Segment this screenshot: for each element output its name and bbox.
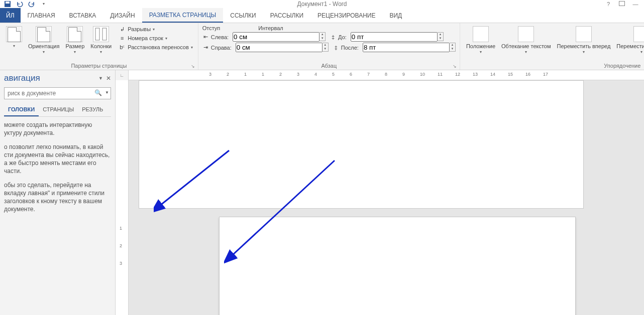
nav-pane-title: авигация (4, 73, 98, 83)
group-label-paragraph: Абзац (321, 63, 337, 69)
nav-tab-pages[interactable]: СТРАНИЦЫ (39, 103, 78, 116)
indent-left-input[interactable] (233, 32, 319, 42)
indent-right-input[interactable] (236, 43, 323, 52)
qat-customize-icon[interactable]: ▾ (38, 1, 49, 8)
ruler-tick: 9 (402, 72, 405, 77)
bring-forward-button[interactable]: Переместить вперед▾ (555, 25, 613, 56)
spinner[interactable]: ▲▼ (319, 32, 326, 41)
spinner[interactable]: ▲▼ (438, 32, 444, 41)
wrap-text-button[interactable]: Обтекание текстом▾ (499, 25, 553, 56)
tab-references[interactable]: ССЫЛКИ (223, 8, 263, 23)
title-bar: ▾ Документ1 - Word ? — (0, 0, 644, 8)
send-backward-button[interactable]: Переместить назад▾ (614, 25, 644, 56)
spinner[interactable]: ▲▼ (323, 43, 329, 52)
ribbon-options-icon[interactable] (619, 1, 625, 6)
nav-close-icon[interactable]: ✕ (106, 75, 111, 82)
nav-tab-headings[interactable]: ГОЛОВКИ (4, 103, 39, 116)
tab-mailings[interactable]: РАССЫЛКИ (263, 8, 310, 23)
ruler-tick: 4 (314, 72, 317, 77)
tab-home[interactable]: ГЛАВНАЯ (21, 8, 62, 23)
columns-button[interactable]: Колонки▾ (88, 25, 114, 56)
document-area: ∟ 3211234567891011121314151617 123 (116, 70, 644, 315)
redo-icon[interactable] (26, 1, 37, 8)
ruler-tick: 3 (120, 261, 122, 266)
nav-dropdown-icon[interactable]: ▼ (98, 76, 103, 81)
group-label-arrange: Упорядочение (604, 63, 640, 69)
document-page[interactable] (219, 217, 576, 315)
tab-insert[interactable]: ВСТАВКА (62, 8, 103, 23)
line-numbers-button[interactable]: ≡Номера строк▾ (118, 34, 193, 42)
tab-design[interactable]: ДИЗАЙН (103, 8, 142, 23)
ruler-tick: 3 (297, 72, 299, 77)
ruler-tick: 11 (438, 72, 443, 77)
svg-rect-2 (95, 28, 99, 40)
indent-header: Отступ (202, 25, 221, 31)
tab-file[interactable]: ЙЛ (0, 8, 21, 23)
navigation-pane: авигация ▼ ✕ 🔍 ▼ ГОЛОВКИ СТРАНИЦЫ РЕЗУЛЬ… (0, 70, 116, 315)
tab-selector[interactable]: ∟ (116, 70, 129, 80)
hyphenation-button[interactable]: bᶜРасстановка переносов▾ (118, 43, 193, 51)
horizontal-ruler[interactable]: 3211234567891011121314151617 (129, 70, 644, 80)
spacing-before-input[interactable] (351, 32, 438, 42)
minimize-icon[interactable]: — (632, 1, 639, 7)
previous-page-fragment[interactable] (139, 80, 584, 209)
ruler-tick: 1 (244, 72, 247, 77)
tab-view[interactable]: ВИД (382, 8, 409, 23)
ruler-tick: 1 (120, 226, 122, 231)
ruler-tick: 7 (367, 72, 370, 77)
ruler-tick: 8 (385, 72, 387, 77)
hyphenation-icon: bᶜ (119, 44, 126, 51)
help-icon[interactable]: ? (605, 1, 612, 7)
indent-right-icon: ⇥ (202, 44, 209, 51)
quick-access-toolbar: ▾ (0, 1, 49, 8)
document-title: Документ1 - Word (297, 1, 347, 8)
size-button[interactable]: Размер▾ (63, 25, 86, 56)
group-label-page-setup: Параметры страницы (71, 63, 127, 69)
nav-search: 🔍 ▼ (4, 87, 111, 99)
workspace: авигация ▼ ✕ 🔍 ▼ ГОЛОВКИ СТРАНИЦЫ РЕЗУЛЬ… (0, 70, 644, 315)
ruler-tick: 2 (227, 72, 229, 77)
ruler-tick: 2 (120, 243, 122, 248)
breaks-button[interactable]: ↲Разрывы▾ (118, 25, 193, 33)
svg-rect-3 (102, 28, 106, 40)
page-container[interactable] (129, 80, 644, 315)
nav-tabs: ГОЛОВКИ СТРАНИЦЫ РЕЗУЛЬ (4, 103, 111, 117)
ruler-tick: 2 (279, 72, 282, 77)
vertical-ruler[interactable]: 123 (116, 80, 129, 315)
group-page-setup: ▾ Ориентация▾ Размер▾ Колонки▾ ↲Разрывы▾… (0, 23, 198, 70)
dialog-launcher-icon[interactable]: ↘ (191, 64, 195, 69)
nav-tab-results[interactable]: РЕЗУЛЬ (78, 103, 107, 116)
position-button[interactable]: Положение▾ (464, 25, 497, 56)
ruler-tick: 15 (508, 72, 513, 77)
ruler-tick: 5 (332, 72, 335, 77)
svg-rect-1 (6, 2, 10, 4)
spinner[interactable]: ▲▼ (450, 43, 456, 52)
ruler-tick: 16 (525, 72, 530, 77)
ruler-tick: 6 (350, 72, 352, 77)
ruler-tick: 14 (490, 72, 495, 77)
breaks-icon: ↲ (119, 26, 126, 33)
orientation-button[interactable]: Ориентация▾ (26, 25, 61, 56)
save-icon[interactable] (2, 1, 13, 8)
dialog-launcher-icon[interactable]: ↘ (453, 64, 457, 69)
ruler-tick: 13 (473, 72, 478, 77)
ruler-tick: 17 (543, 72, 548, 77)
indent-left-icon: ⇤ (202, 34, 209, 41)
search-dropdown-icon[interactable]: ▼ (105, 90, 109, 95)
spacing-after-input[interactable] (363, 43, 450, 52)
undo-icon[interactable] (14, 1, 25, 8)
ribbon-tabs: ЙЛ ГЛАВНАЯ ВСТАВКА ДИЗАЙН РАЗМЕТКА СТРАН… (0, 8, 644, 23)
search-icon[interactable]: 🔍 (94, 89, 102, 96)
margins-button[interactable]: ▾ (4, 25, 24, 50)
ruler-tick: 3 (209, 72, 211, 77)
tab-page-layout[interactable]: РАЗМЕТКА СТРАНИЦЫ (142, 8, 224, 23)
group-arrange: Положение▾ Обтекание текстом▾ Переместит… (460, 23, 644, 70)
group-paragraph: Отступ Интервал ⇤Слева: ▲▼ ‡До: ▲▼ ⇥Спра… (198, 23, 460, 70)
spacing-before-icon: ‡ (330, 34, 337, 41)
ruler-tick: 10 (420, 72, 425, 77)
line-numbers-icon: ≡ (119, 35, 126, 42)
tab-review[interactable]: РЕЦЕНЗИРОВАНИЕ (310, 8, 382, 23)
ruler-tick: 12 (455, 72, 460, 77)
horizontal-ruler-row: ∟ 3211234567891011121314151617 (116, 70, 644, 80)
spacing-header: Интервал (258, 25, 283, 31)
